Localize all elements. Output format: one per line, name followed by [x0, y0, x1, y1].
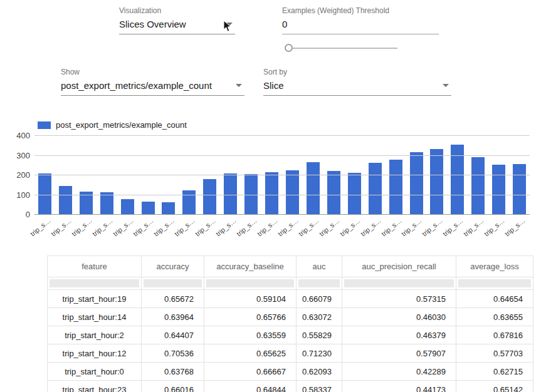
- filter-row: [48, 277, 533, 290]
- threshold-label: Examples (Weighted) Threshold: [282, 6, 439, 15]
- metric-cell: 0.64844: [204, 381, 297, 392]
- sort-by-dropdown[interactable]: Slice: [263, 80, 451, 96]
- chart-bar[interactable]: [286, 170, 299, 214]
- table-row[interactable]: trip_start_hour:120.705360.656250.712300…: [48, 344, 533, 363]
- sort-by-control: Sort by Slice: [263, 68, 451, 96]
- metric-cell: 0.71230: [297, 344, 342, 363]
- column-header[interactable]: average_loss: [456, 256, 533, 277]
- gridline: [34, 195, 530, 195]
- chart-bar[interactable]: [513, 164, 526, 214]
- metric-cell: 0.65625: [204, 344, 297, 363]
- visualization-selected-value: Slices Overview: [119, 19, 186, 29]
- metric-cell: 0.63559: [204, 326, 297, 344]
- x-tick-label: trip_s…: [29, 217, 52, 238]
- metric-cell: 0.65142: [456, 381, 533, 392]
- visualization-label: Visualization: [119, 6, 235, 15]
- visualization-control: Visualization Slices Overview: [119, 6, 235, 34]
- metric-cell: 0.70536: [142, 344, 204, 363]
- column-header[interactable]: feature: [48, 256, 142, 277]
- column-filter-input[interactable]: [206, 279, 294, 287]
- table-row[interactable]: trip_start_hour:00.637680.666670.620930.…: [48, 363, 533, 381]
- gridline: [34, 155, 530, 156]
- table-header-row: featureaccuracyaccuracy_baselineaucauc_p…: [48, 256, 533, 277]
- metric-cell: 0.44173: [342, 381, 456, 392]
- metric-cell: 0.66667: [204, 363, 297, 381]
- sort-by-label: Sort by: [263, 68, 451, 76]
- chart-bar[interactable]: [327, 171, 340, 214]
- y-tick-label: 300: [16, 150, 30, 160]
- chart-bar[interactable]: [100, 192, 113, 214]
- metric-cell: 0.63768: [142, 363, 204, 381]
- chart-bar[interactable]: [410, 152, 423, 214]
- metric-cell: 0.64654: [456, 290, 533, 308]
- chart-bar[interactable]: [121, 199, 134, 214]
- gridline: [34, 214, 530, 215]
- threshold-input[interactable]: 0: [282, 19, 439, 34]
- column-filter-input[interactable]: [344, 279, 454, 287]
- chart-bar[interactable]: [471, 157, 485, 214]
- feature-cell: trip_start_hour:19: [48, 290, 142, 308]
- metric-cell: 0.65766: [204, 308, 297, 326]
- table-row[interactable]: trip_start_hour:20.644070.635590.558290.…: [48, 326, 533, 344]
- feature-cell: trip_start_hour:2: [48, 326, 142, 344]
- metric-cell: 0.63964: [142, 308, 204, 326]
- chart-bar[interactable]: [389, 160, 402, 214]
- chart-bar[interactable]: [307, 162, 320, 214]
- show-dropdown[interactable]: post_export_metrics/example_count: [61, 80, 244, 96]
- chart-bar[interactable]: [80, 192, 93, 214]
- metrics-table-container: featureaccuracyaccuracy_baselineaucauc_p…: [47, 255, 533, 392]
- chart-bar[interactable]: [59, 186, 72, 214]
- feature-cell: trip_start_hour:0: [48, 363, 142, 381]
- chart-bar[interactable]: [430, 149, 443, 214]
- metric-cell: 0.63072: [297, 308, 342, 326]
- chart-bar[interactable]: [142, 202, 155, 214]
- chart-legend: post_export_metrics/example_count: [38, 120, 187, 130]
- table-row[interactable]: trip_start_hour:190.656720.591040.660790…: [48, 290, 533, 308]
- y-tick-label: 100: [16, 190, 30, 199]
- metric-cell: 0.67816: [456, 326, 533, 344]
- x-label-slot: trip_s…: [509, 215, 530, 244]
- metric-cell: 0.62715: [456, 363, 533, 381]
- threshold-control: Examples (Weighted) Threshold 0: [282, 6, 439, 34]
- metric-cell: 0.65672: [142, 290, 204, 308]
- metric-cell: 0.46379: [342, 326, 456, 344]
- table-row[interactable]: trip_start_hour:140.639640.657660.630720…: [48, 308, 533, 326]
- chart-xlabels: trip_s…trip_s…trip_s…trip_s…trip_s…trip_…: [34, 215, 530, 244]
- metric-cell: 0.63655: [456, 308, 533, 326]
- feature-cell: trip_start_hour:23: [48, 381, 142, 392]
- metric-cell: 0.57907: [342, 344, 456, 363]
- threshold-slider[interactable]: [283, 44, 397, 53]
- gridline: [34, 175, 530, 175]
- column-header[interactable]: accuracy: [142, 256, 204, 277]
- chart-bar[interactable]: [265, 172, 278, 214]
- column-header[interactable]: auc: [297, 256, 342, 277]
- metric-cell: 0.62093: [297, 363, 342, 381]
- feature-cell: trip_start_hour:12: [48, 344, 142, 363]
- sort-by-selected-value: Slice: [263, 80, 284, 91]
- column-filter-input[interactable]: [458, 279, 531, 287]
- legend-swatch: [38, 121, 51, 129]
- column-header[interactable]: accuracy_baseline: [204, 256, 297, 277]
- metric-cell: 0.46030: [342, 308, 456, 326]
- show-label: Show: [61, 68, 244, 76]
- column-filter-input[interactable]: [144, 279, 202, 287]
- show-selected-value: post_export_metrics/example_count: [61, 80, 212, 91]
- visualization-dropdown[interactable]: Slices Overview: [119, 19, 235, 34]
- chart-bar[interactable]: [162, 202, 175, 214]
- chart-bar[interactable]: [369, 163, 382, 214]
- chart-bar[interactable]: [203, 179, 216, 214]
- metric-cell: 0.59104: [204, 290, 297, 308]
- threshold-value: 0: [282, 19, 287, 29]
- metric-cell: 0.66079: [297, 290, 342, 308]
- table-row[interactable]: trip_start_hour:230.660160.648440.583370…: [48, 381, 533, 392]
- column-header[interactable]: auc_precision_recall: [342, 256, 456, 277]
- column-filter-input[interactable]: [298, 279, 340, 287]
- legend-label: post_export_metrics/example_count: [56, 120, 187, 130]
- chart-bar[interactable]: [348, 173, 361, 214]
- y-tick-label: 400: [16, 131, 30, 140]
- chart-bar[interactable]: [492, 165, 505, 214]
- column-filter-input[interactable]: [50, 279, 139, 287]
- slider-track-icon[interactable]: [290, 48, 397, 49]
- chevron-down-icon: [236, 84, 242, 87]
- slider-knob[interactable]: [285, 44, 293, 52]
